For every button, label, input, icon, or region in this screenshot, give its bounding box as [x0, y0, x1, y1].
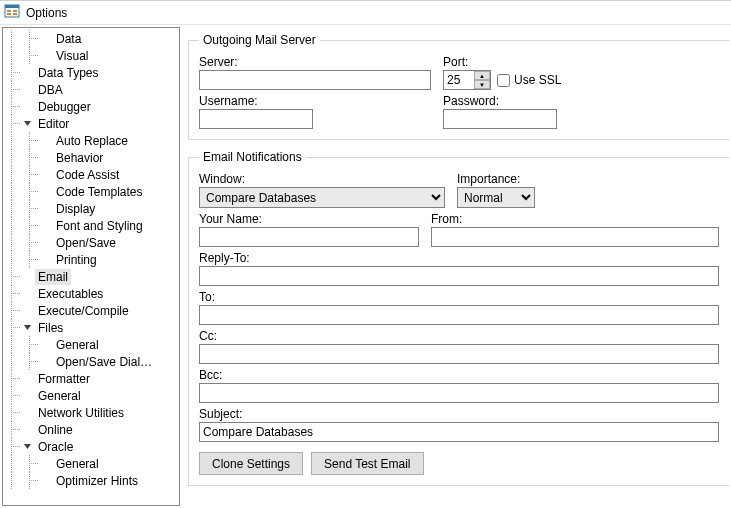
port-spinner[interactable]: ▲ ▼: [443, 70, 491, 90]
tree-item[interactable]: Debugger: [7, 98, 179, 115]
chevron-down-icon[interactable]: [21, 322, 33, 334]
tree-twisty-none: [39, 135, 51, 147]
tree-item[interactable]: Behavior: [7, 149, 179, 166]
send-test-email-button[interactable]: Send Test Email: [311, 452, 424, 475]
tree-item-label: Auto Replace: [53, 133, 131, 149]
tree-twisty-none: [39, 186, 51, 198]
port-label: Port:: [443, 55, 561, 69]
tree-item[interactable]: Editor: [7, 115, 179, 132]
to-input[interactable]: [199, 305, 719, 325]
tree-twisty-none: [21, 101, 33, 113]
tree-pane: DataVisualData TypesDBADebuggerEditorAut…: [2, 27, 180, 506]
tree-item[interactable]: Printing: [7, 251, 179, 268]
tree-item[interactable]: Open/Save: [7, 234, 179, 251]
outgoing-mail-group: Outgoing Mail Server Server: Port: ▲: [188, 33, 729, 140]
tree-item[interactable]: Visual: [7, 47, 179, 64]
tree-twisty-none: [39, 169, 51, 181]
tree-item-label: Code Templates: [53, 184, 146, 200]
from-input[interactable]: [431, 227, 719, 247]
main-panel: Outgoing Mail Server Server: Port: ▲: [180, 25, 731, 508]
chevron-down-icon[interactable]: [21, 118, 33, 130]
tree-twisty-none: [39, 50, 51, 62]
tree-item[interactable]: Display: [7, 200, 179, 217]
clone-settings-button[interactable]: Clone Settings: [199, 452, 303, 475]
tree-twisty-none: [39, 152, 51, 164]
options-tree[interactable]: DataVisualData TypesDBADebuggerEditorAut…: [7, 30, 179, 489]
tree-item-label: Executables: [35, 286, 106, 302]
tree-item[interactable]: Execute/Compile: [7, 302, 179, 319]
yourname-input[interactable]: [199, 227, 419, 247]
tree-item-label: Code Assist: [53, 167, 122, 183]
tree-twisty-none: [21, 390, 33, 402]
tree-item[interactable]: Online: [7, 421, 179, 438]
tree-item-label: Files: [35, 320, 66, 336]
usessl-checkbox[interactable]: [497, 74, 510, 87]
tree-item[interactable]: Formatter: [7, 370, 179, 387]
cc-input[interactable]: [199, 344, 719, 364]
port-up-button[interactable]: ▲: [474, 71, 490, 80]
tree-item[interactable]: Files: [7, 319, 179, 336]
tree-item[interactable]: Optimizer Hints: [7, 472, 179, 489]
server-input[interactable]: [199, 70, 431, 90]
tree-twisty-none: [21, 373, 33, 385]
tree-item-label: Visual: [53, 48, 91, 64]
port-input[interactable]: [444, 71, 474, 89]
app-icon: [4, 3, 20, 22]
outgoing-legend: Outgoing Mail Server: [199, 33, 320, 47]
tree-item-label: Editor: [35, 116, 72, 132]
tree-item[interactable]: Data Types: [7, 64, 179, 81]
tree-item[interactable]: General: [7, 387, 179, 404]
tree-item[interactable]: General: [7, 336, 179, 353]
tree-twisty-none: [21, 288, 33, 300]
tree-item[interactable]: Network Utilities: [7, 404, 179, 421]
tree-item[interactable]: Auto Replace: [7, 132, 179, 149]
username-label: Username:: [199, 94, 431, 108]
tree-item[interactable]: Open/Save Dial…: [7, 353, 179, 370]
tree-twisty-none: [39, 254, 51, 266]
tree-item[interactable]: Data: [7, 30, 179, 47]
tree-twisty-none: [21, 271, 33, 283]
port-down-button[interactable]: ▼: [474, 80, 490, 89]
usessl-label: Use SSL: [514, 73, 561, 87]
tree-item-label: Online: [35, 422, 76, 438]
tree-item[interactable]: Executables: [7, 285, 179, 302]
server-label: Server:: [199, 55, 431, 69]
options-window: Options DataVisualData TypesDBADebuggerE…: [0, 0, 731, 508]
svg-rect-3: [13, 10, 17, 12]
tree-item[interactable]: Code Templates: [7, 183, 179, 200]
to-label: To:: [199, 290, 719, 304]
subject-input[interactable]: [199, 422, 719, 442]
tree-item[interactable]: DBA: [7, 81, 179, 98]
tree-item-label: General: [53, 337, 102, 353]
usessl-checkbox-wrap[interactable]: Use SSL: [497, 73, 561, 87]
cc-label: Cc:: [199, 329, 719, 343]
tree-item[interactable]: Font and Styling: [7, 217, 179, 234]
username-input[interactable]: [199, 109, 313, 129]
tree-item[interactable]: General: [7, 455, 179, 472]
tree-twisty-none: [39, 475, 51, 487]
importance-select[interactable]: Normal: [457, 187, 535, 208]
tree-twisty-none: [39, 220, 51, 232]
tree-item-label: Display: [53, 201, 98, 217]
tree-twisty-none: [39, 203, 51, 215]
tree-twisty-none: [39, 339, 51, 351]
tree-item-label: Data: [53, 31, 84, 47]
tree-item[interactable]: Email: [7, 268, 179, 285]
bcc-input[interactable]: [199, 383, 719, 403]
tree-item-label: General: [35, 388, 84, 404]
password-label: Password:: [443, 94, 557, 108]
tree-item[interactable]: Code Assist: [7, 166, 179, 183]
window-select[interactable]: Compare Databases: [199, 187, 445, 208]
replyto-input[interactable]: [199, 266, 719, 286]
tree-item[interactable]: Oracle: [7, 438, 179, 455]
tree-item-label: Email: [35, 269, 71, 285]
password-input[interactable]: [443, 109, 557, 129]
tree-item-label: General: [53, 456, 102, 472]
content-area: DataVisualData TypesDBADebuggerEditorAut…: [0, 25, 731, 508]
tree-scroll[interactable]: DataVisualData TypesDBADebuggerEditorAut…: [3, 28, 179, 505]
tree-item-label: Debugger: [35, 99, 94, 115]
chevron-down-icon[interactable]: [21, 441, 33, 453]
tree-twisty-none: [39, 237, 51, 249]
svg-rect-2: [7, 10, 11, 12]
tree-twisty-none: [21, 407, 33, 419]
